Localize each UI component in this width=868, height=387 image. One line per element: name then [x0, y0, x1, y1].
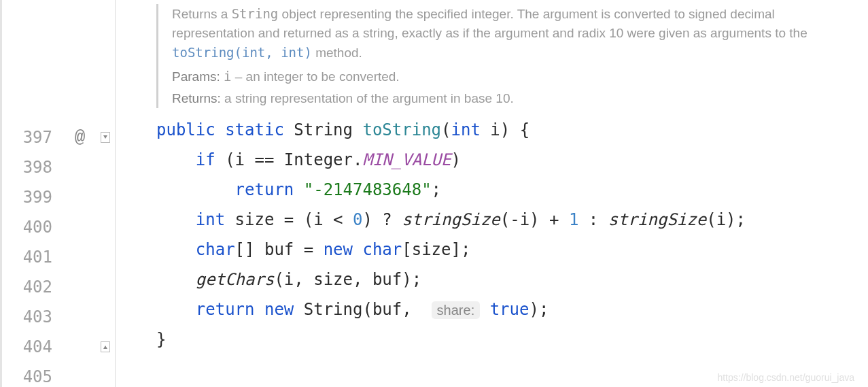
fold-open-icon[interactable]: [101, 122, 110, 152]
keyword: int: [196, 210, 225, 229]
type: String: [294, 120, 353, 139]
line-number[interactable]: 397: [0, 122, 52, 152]
code-line[interactable]: return "-2147483648";: [156, 175, 868, 205]
keyword: return: [235, 180, 294, 199]
code-line[interactable]: getChars(i, size, buf);: [156, 265, 868, 295]
code-text: (-i) +: [500, 210, 569, 229]
code-text: (i == Integer.: [215, 150, 363, 169]
keyword: char: [353, 240, 402, 259]
code-text: i) {: [481, 120, 530, 139]
code-editor[interactable]: Returns a String object representing the…: [116, 0, 868, 387]
number-literal: 0: [353, 210, 362, 229]
code-text: }: [156, 330, 166, 349]
javadoc-description: Returns a String object representing the…: [172, 4, 809, 63]
code-text: (i);: [706, 210, 746, 229]
line-number[interactable]: 398: [0, 152, 52, 182]
boolean-literal: true: [490, 300, 530, 319]
keyword: new: [324, 240, 353, 259]
javadoc-returns-desc: a string representation of the argument …: [221, 91, 514, 105]
fold-column: [95, 0, 116, 387]
code-line[interactable]: char[] buf = new char[size];: [156, 235, 868, 265]
method-call: stringSize: [608, 210, 707, 229]
fold-close-icon[interactable]: [101, 332, 110, 362]
line-number[interactable]: 400: [0, 212, 52, 242]
annotation-column: @: [65, 0, 95, 387]
hint-label: share:: [437, 303, 475, 318]
parameter-hint: share:: [432, 301, 481, 319]
javadoc-params-label: Params:: [172, 69, 220, 84]
code-line[interactable]: public static String toString(int i) {: [156, 115, 868, 145]
line-number[interactable]: 405: [0, 362, 52, 387]
code-text: String(buf,: [294, 300, 421, 319]
javadoc-text: method.: [312, 46, 362, 60]
code-line[interactable]: int size = (i < 0) ? stringSize(-i) + 1 …: [156, 205, 868, 235]
change-marker: [0, 0, 2, 387]
method-call: stringSize: [402, 210, 500, 229]
editor-gutter: 397 398 399 400 401 402 403 404 405 @: [0, 0, 116, 387]
line-number[interactable]: 399: [0, 182, 52, 212]
keyword: public: [156, 120, 215, 139]
keyword: new: [264, 300, 294, 319]
code-line[interactable]: return new String(buf, share: true);: [156, 295, 868, 324]
code-text: [size];: [402, 240, 470, 259]
javadoc-returns: Returns: a string representation of the …: [172, 89, 809, 108]
javadoc-rendered: Returns a String object representing the…: [156, 4, 809, 108]
javadoc-code-inline: String: [232, 6, 279, 21]
symbol: ;: [432, 180, 441, 199]
javadoc-param-name: i: [224, 69, 231, 84]
code-text: );: [529, 300, 549, 319]
keyword: static: [225, 120, 284, 139]
method-call: getChars: [196, 270, 275, 289]
code-text: ): [451, 150, 461, 169]
javadoc-link[interactable]: toString(int, int): [172, 45, 312, 60]
javadoc-param-desc: – an integer to be converted.: [231, 69, 399, 84]
code-line[interactable]: if (i == Integer.MIN_VALUE): [156, 145, 868, 175]
javadoc-returns-label: Returns:: [172, 91, 221, 105]
code-text: [] buf =: [235, 240, 324, 259]
line-numbers-column: 397 398 399 400 401 402 403 404 405: [0, 0, 65, 387]
symbol: (: [441, 120, 451, 139]
keyword: int: [451, 120, 481, 139]
string-literal: "-2147483648": [304, 180, 432, 199]
keyword: char: [196, 240, 235, 259]
watermark: https://blog.csdn.net/guorui_java: [717, 372, 854, 383]
code-text: ) ?: [362, 210, 402, 229]
code-text: size = (i <: [225, 210, 353, 229]
keyword: return: [196, 300, 255, 319]
keyword: if: [196, 150, 215, 169]
override-annotation-icon[interactable]: @: [65, 122, 95, 152]
code-line[interactable]: }: [156, 324, 868, 354]
code-text: (i, size, buf);: [274, 270, 421, 289]
line-number[interactable]: 404: [0, 332, 52, 362]
line-number[interactable]: 402: [0, 272, 52, 302]
code-block[interactable]: public static String toString(int i) { i…: [156, 115, 868, 354]
constant: MIN_VALUE: [362, 150, 451, 169]
line-number[interactable]: 401: [0, 242, 52, 272]
javadoc-text: Returns a: [172, 7, 232, 21]
method-name: toString: [362, 120, 441, 139]
number-literal: 1: [569, 210, 578, 229]
code-text: :: [578, 210, 608, 229]
line-number[interactable]: 403: [0, 302, 52, 332]
javadoc-params: Params: i – an integer to be converted.: [172, 67, 809, 86]
